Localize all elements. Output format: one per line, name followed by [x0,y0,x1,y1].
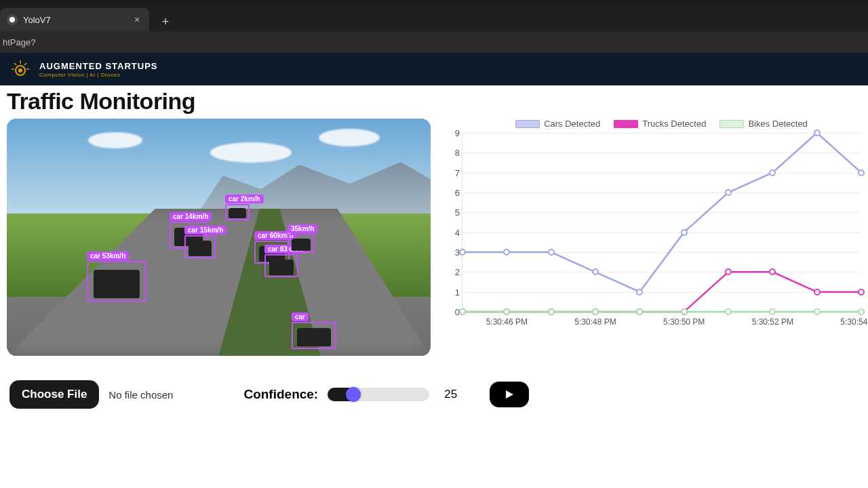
legend-item-cars[interactable]: Cars Detected [515,119,600,129]
legend-label: Cars Detected [544,119,600,129]
detections-chart: Cars Detected Trucks Detected Bikes Dete… [443,119,861,336]
legend-item-bikes[interactable]: Bikes Detected [719,119,807,129]
chart-point [592,268,599,275]
play-button[interactable] [490,382,529,407]
detection-label: car 14km/h [170,212,212,221]
svg-marker-8 [506,390,513,399]
detection-label: car 15km/h [184,226,226,235]
os-top-bar [0,0,868,5]
close-tab-icon[interactable]: × [132,14,142,25]
confidence-value: 25 [444,388,457,401]
legend-swatch-icon [515,120,540,128]
chart-point [814,289,821,296]
plus-icon: + [162,15,170,29]
svg-line-5 [24,63,26,65]
svg-line-4 [14,63,16,65]
y-tick-label: 1 [446,287,460,297]
chart-point [769,169,776,176]
legend-swatch-icon [614,120,638,128]
y-tick-label: 8 [446,148,460,158]
chart-point [725,268,732,275]
page-title: Traffic Monitoring [7,88,861,115]
chart-point [503,308,510,315]
detection-bbox: car [292,322,336,349]
chart-point [503,249,510,256]
x-tick-label: 5:30:54 PM [840,317,868,327]
y-tick-label: 2 [446,267,460,277]
detection-bbox: 35km/h [288,234,315,253]
brand-text: AUGMENTED STARTUPS Computer Vision | AI … [39,61,157,78]
y-tick-label: 6 [446,188,460,198]
chart-point [769,308,776,315]
address-bar[interactable]: htPage? [0,31,868,53]
chart-point [681,308,688,315]
legend-swatch-icon [719,120,744,128]
tab-title: YoloV7 [23,15,51,25]
choose-file-button[interactable]: Choose File [9,380,99,409]
chart-point [636,308,643,315]
x-tick-label: 5:30:46 PM [486,317,528,327]
y-tick-label: 9 [446,128,460,138]
brand-subtitle: Computer Vision | AI | Drones [39,72,157,78]
controls-row: Choose File No file chosen Confidence: 2… [7,356,861,409]
chart-plot-area: 01234567895:30:46 PM5:30:48 PM5:30:50 PM… [462,133,861,312]
chart-point [814,308,821,315]
tab-favicon-icon [7,14,18,25]
chart-point [548,249,555,256]
chart-point [769,268,776,275]
y-tick-label: 5 [446,207,460,218]
play-icon [504,389,515,400]
url-fragment: htPage? [3,37,35,47]
chart-legend: Cars Detected Trucks Detected Bikes Dete… [462,119,861,129]
y-tick-label: 4 [446,227,460,237]
detection-bbox: car 2km/h [225,204,250,220]
y-tick-label: 0 [446,307,460,317]
chart-point [858,289,865,296]
detection-bbox: car 83km/h [264,254,298,277]
confidence-label: Confidence: [243,387,318,402]
legend-label: Trucks Detected [642,119,706,129]
y-tick-label: 3 [446,247,460,258]
chart-point [725,308,732,315]
chart-point [725,189,732,196]
chart-point [636,289,643,296]
chart-point [858,308,865,315]
video-feed: car 53km/hcar 14km/hcar 15km/hcar 2km/hc… [7,119,431,356]
detection-label: car [292,312,309,321]
brand-logo-icon [9,58,31,80]
browser-tab-strip: YoloV7 × + [0,5,868,31]
chart-point [592,308,599,315]
chart-point [459,249,466,256]
x-tick-label: 5:30:50 PM [663,317,705,327]
detection-label: car 53km/h [87,251,129,260]
chart-point [548,308,555,315]
x-tick-label: 5:30:52 PM [752,317,793,327]
new-tab-button[interactable]: + [156,12,175,31]
chart-point [814,129,821,136]
brand-name: AUGMENTED STARTUPS [39,61,157,71]
slider-thumb-icon[interactable] [346,387,361,402]
detection-bbox: car 53km/h [87,261,146,302]
x-tick-label: 5:30:48 PM [574,317,616,327]
browser-tab-active[interactable]: YoloV7 × [0,8,149,31]
app-header: AUGMENTED STARTUPS Computer Vision | AI … [0,53,868,85]
svg-point-2 [18,68,22,73]
y-tick-label: 7 [446,167,460,178]
chart-point [681,229,688,236]
detection-label: 35km/h [288,224,317,233]
detection-bbox: car 15km/h [184,235,216,258]
detection-label: car 2km/h [225,195,264,203]
svg-point-0 [9,17,15,22]
legend-label: Bikes Detected [748,119,807,129]
chart-point [459,308,466,315]
confidence-slider[interactable] [328,388,429,401]
chart-point [858,169,865,176]
legend-item-trucks[interactable]: Trucks Detected [614,119,706,129]
file-status-text: No file chosen [108,389,173,401]
